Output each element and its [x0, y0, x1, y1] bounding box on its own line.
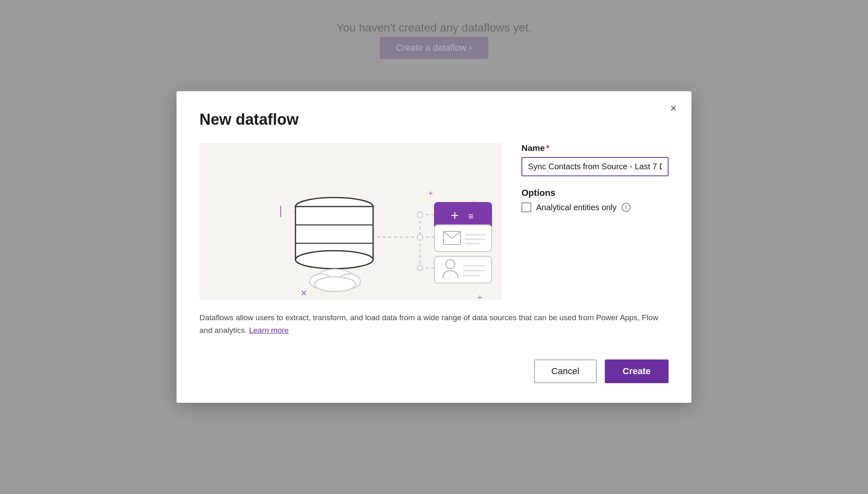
- analytical-entities-checkbox[interactable]: [521, 202, 531, 212]
- svg-point-13: [417, 234, 423, 240]
- svg-text:×: ×: [301, 287, 307, 299]
- svg-point-17: [295, 251, 373, 269]
- modal-overlay: New dataflow × | + + + × +: [0, 0, 868, 494]
- svg-point-23: [315, 277, 356, 292]
- svg-text:≡: ≡: [468, 211, 474, 221]
- close-button[interactable]: ×: [670, 103, 677, 114]
- svg-point-12: [417, 212, 423, 218]
- modal-title: New dataflow: [199, 111, 669, 128]
- create-button[interactable]: Create: [605, 359, 669, 383]
- learn-more-link[interactable]: Learn more: [249, 326, 289, 335]
- svg-text:+: +: [477, 292, 483, 299]
- options-label: Options: [521, 188, 669, 198]
- info-icon[interactable]: i: [622, 203, 631, 212]
- modal-footer: Cancel Create: [199, 359, 669, 383]
- cancel-button[interactable]: Cancel: [534, 359, 596, 383]
- svg-text:+: +: [428, 189, 433, 198]
- analytical-entities-row: Analytical entities only i: [521, 202, 669, 212]
- options-field-group: Options Analytical entities only i: [521, 188, 669, 212]
- dataflow-illustration: | + + + × +: [199, 143, 502, 300]
- svg-point-14: [417, 265, 423, 271]
- right-panel: Name* Options Analytical entities only i: [521, 143, 669, 212]
- name-label: Name*: [521, 143, 669, 153]
- modal-body: | + + + × +: [199, 143, 669, 300]
- analytical-entities-label: Analytical entities only: [536, 203, 617, 212]
- svg-text:|: |: [279, 204, 282, 217]
- svg-text:+: +: [451, 207, 459, 223]
- name-field-group: Name*: [521, 143, 669, 176]
- svg-rect-32: [434, 256, 492, 283]
- description-text: Dataflows allow users to extract, transf…: [199, 312, 669, 337]
- required-indicator: *: [546, 143, 549, 153]
- name-input[interactable]: [521, 157, 669, 176]
- new-dataflow-modal: New dataflow × | + + + × +: [177, 91, 691, 403]
